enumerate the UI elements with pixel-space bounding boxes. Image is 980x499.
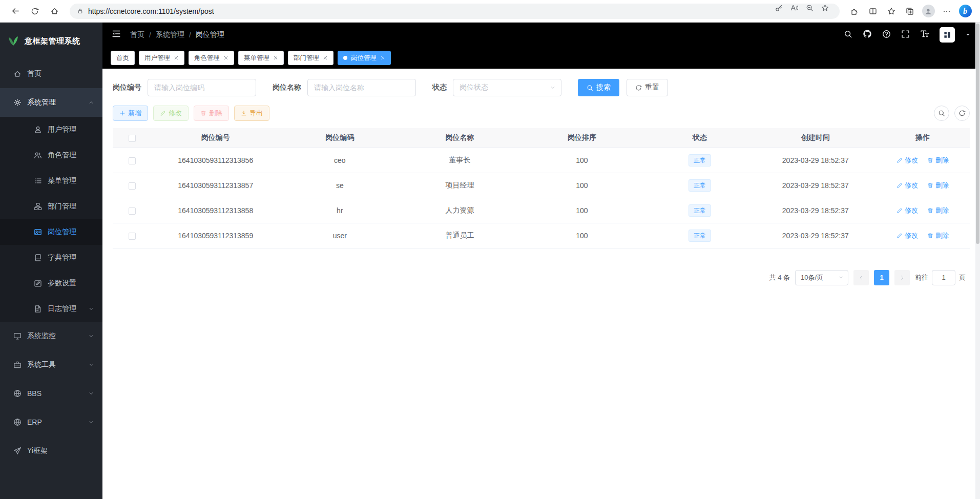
row-edit-link[interactable]: 修改 xyxy=(896,206,918,215)
page-size-select[interactable]: 10条/页 xyxy=(795,270,848,285)
user-menu-caret[interactable] xyxy=(965,30,971,39)
search-button[interactable]: 搜索 xyxy=(578,79,619,96)
browser-back-button[interactable] xyxy=(6,3,25,20)
prev-page-button[interactable] xyxy=(853,270,869,285)
tab-label: 岗位管理 xyxy=(351,54,377,63)
toggle-search-button[interactable] xyxy=(934,106,949,121)
export-button[interactable]: 导出 xyxy=(234,106,269,121)
post-name-input[interactable] xyxy=(307,79,416,96)
breadcrumb-item[interactable]: 系统管理 xyxy=(156,30,184,39)
next-page-button[interactable] xyxy=(894,270,910,285)
post-code-input[interactable] xyxy=(148,79,256,96)
font-size-button[interactable] xyxy=(920,29,929,40)
split-screen-button[interactable] xyxy=(864,3,882,20)
row-delete-link[interactable]: 删除 xyxy=(927,206,949,215)
browser-profile-button[interactable] xyxy=(920,3,937,20)
close-icon[interactable] xyxy=(273,55,278,60)
chevron-down-icon xyxy=(88,362,94,368)
close-icon[interactable] xyxy=(174,55,179,60)
close-icon[interactable] xyxy=(223,55,228,60)
tab-4[interactable]: 部门管理 xyxy=(288,51,333,65)
row-checkbox[interactable] xyxy=(129,207,136,215)
tab-0[interactable]: 首页 xyxy=(111,51,135,65)
page-scrollbar[interactable] xyxy=(975,23,980,499)
close-icon[interactable] xyxy=(380,55,385,60)
breadcrumb-item[interactable]: 首页 xyxy=(130,30,144,39)
sidebar-item-12[interactable]: BBS xyxy=(0,379,102,408)
app-title: 意框架管理系统 xyxy=(25,36,80,46)
goto-page-input[interactable] xyxy=(932,270,955,285)
total-count: 共 4 条 xyxy=(769,273,790,282)
row-delete-link[interactable]: 删除 xyxy=(927,181,949,190)
address-bar[interactable]: https://ccnetcore.com:1101/system/post xyxy=(70,4,840,19)
table-row[interactable]: 1641030593112313859user普通员工100正常2023-03-… xyxy=(113,223,970,248)
sidebar-item-6[interactable]: 岗位管理 xyxy=(0,219,102,245)
plus-icon xyxy=(119,110,126,116)
page-1-button[interactable]: 1 xyxy=(874,270,889,285)
browser-settings-button[interactable] xyxy=(938,3,955,20)
sidebar-item-14[interactable]: Yi框架 xyxy=(0,436,102,465)
sidebar-item-5[interactable]: 部门管理 xyxy=(0,194,102,219)
password-manager-button[interactable] xyxy=(775,4,790,18)
tab-3[interactable]: 菜单管理 xyxy=(238,51,284,65)
avatar-logo-icon xyxy=(943,30,952,39)
extensions-button[interactable] xyxy=(846,3,863,20)
tab-1[interactable]: 用户管理 xyxy=(139,51,184,65)
sidebar-item-9[interactable]: 日志管理 xyxy=(0,296,102,322)
sidebar-item-3[interactable]: 角色管理 xyxy=(0,142,102,168)
url-text[interactable]: https://ccnetcore.com:1101/system/post xyxy=(88,7,775,15)
sidebar-item-8[interactable]: 参数设置 xyxy=(0,271,102,296)
sidebar-item-0[interactable]: 首页 xyxy=(0,59,102,88)
sidebar-item-label: 首页 xyxy=(27,69,41,78)
select-all-checkbox[interactable] xyxy=(129,135,136,142)
zoom-button[interactable] xyxy=(806,4,821,18)
sidebar-item-7[interactable]: 字典管理 xyxy=(0,245,102,271)
sidebar-item-4[interactable]: 菜单管理 xyxy=(0,168,102,194)
sidebar-item-1[interactable]: 系统管理 xyxy=(0,88,102,117)
fullscreen-button[interactable] xyxy=(901,30,910,40)
close-icon[interactable] xyxy=(323,55,328,60)
header-search-button[interactable] xyxy=(844,30,852,40)
row-checkbox[interactable] xyxy=(129,233,136,240)
reset-button[interactable]: 重置 xyxy=(627,79,668,96)
refresh-table-button[interactable] xyxy=(954,106,970,121)
row-checkbox[interactable] xyxy=(129,157,136,164)
collections-icon xyxy=(906,7,914,15)
status-select[interactable]: 岗位状态 xyxy=(453,79,561,96)
row-edit-link[interactable]: 修改 xyxy=(896,231,918,240)
browser-refresh-button[interactable] xyxy=(26,3,44,20)
browser-home-button[interactable] xyxy=(45,3,64,20)
delete-button[interactable]: 删除 xyxy=(194,106,229,121)
sidebar-toggle-button[interactable] xyxy=(112,29,121,40)
tab-2[interactable]: 角色管理 xyxy=(189,51,234,65)
row-edit-link[interactable]: 修改 xyxy=(896,156,918,165)
app-logo[interactable]: 意框架管理系统 xyxy=(0,23,102,59)
row-checkbox[interactable] xyxy=(129,182,136,190)
table-row[interactable]: 1641030593112313857se项目经理100正常2023-03-29… xyxy=(113,173,970,198)
row-delete-link[interactable]: 删除 xyxy=(927,231,949,240)
sidebar-item-13[interactable]: ERP xyxy=(0,408,102,436)
help-button[interactable] xyxy=(882,30,891,40)
table-row[interactable]: 1641030593112313858hr人力资源100正常2023-03-29… xyxy=(113,198,970,223)
edit-button[interactable]: 修改 xyxy=(153,106,189,121)
copilot-button[interactable]: b xyxy=(956,3,974,20)
cell-post-name: 人力资源 xyxy=(400,198,519,223)
user-avatar[interactable] xyxy=(940,27,955,43)
refresh-icon xyxy=(31,7,39,15)
site-info-lock-icon[interactable] xyxy=(77,8,84,14)
sidebar-item-11[interactable]: 系统工具 xyxy=(0,350,102,379)
row-delete-link[interactable]: 删除 xyxy=(927,156,949,165)
collections-button[interactable] xyxy=(901,3,919,20)
github-link[interactable] xyxy=(863,29,872,40)
row-edit-link[interactable]: 修改 xyxy=(896,181,918,190)
read-aloud-button[interactable] xyxy=(790,4,806,18)
zoom-out-icon xyxy=(806,4,814,12)
sidebar-item-2[interactable]: 用户管理 xyxy=(0,117,102,142)
tab-5[interactable]: 岗位管理 xyxy=(338,51,391,65)
scrollbar-thumb[interactable] xyxy=(976,24,979,244)
favorites-button[interactable] xyxy=(883,3,900,20)
table-row[interactable]: 1641030593112313856ceo董事长100正常2023-03-29… xyxy=(113,148,970,173)
sidebar-item-10[interactable]: 系统监控 xyxy=(0,322,102,350)
add-button[interactable]: 新增 xyxy=(113,106,148,121)
add-favorite-button[interactable] xyxy=(821,4,837,18)
